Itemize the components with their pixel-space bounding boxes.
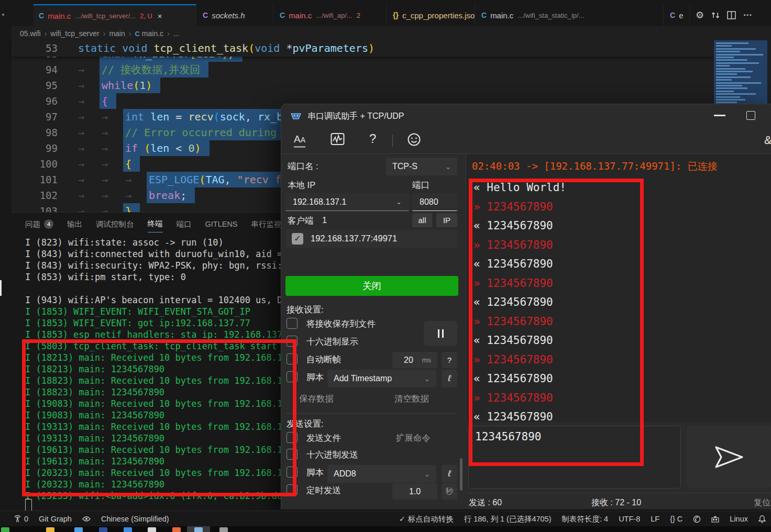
windows-taskbar[interactable] [0,526,771,532]
editor-tab[interactable]: Csockets.h [197,4,273,26]
editor-tab[interactable]: Ce [665,4,690,26]
panel-tab-终端[interactable]: 终端 [148,216,163,232]
port-type-select[interactable]: TCP-S⌄ [386,158,457,175]
pause-button[interactable] [424,321,457,346]
save-to-file-checkbox[interactable] [287,318,298,329]
statusbar-item[interactable] [82,516,91,522]
tool-titlebar[interactable]: 串口调试助手 + TCP/UDP [281,104,771,128]
tab-whitespace-icon: → [78,203,84,212]
clipped-toolbar-icon[interactable]: & [764,134,771,147]
frame-ms-input[interactable]: 20ms [392,352,437,368]
more-actions-icon[interactable]: ··· [743,10,752,20]
local-ip-select[interactable]: 192.168.137.1⌄ [285,193,409,211]
panel-tab-输出[interactable]: 输出 [67,216,82,232]
smiley-icon[interactable] [407,132,421,147]
taskbar-app-icon[interactable] [99,527,107,532]
panel-tab-端口[interactable]: 端口 [177,216,192,232]
statusbar-item-LF[interactable]: LF [651,515,659,523]
terminal-line: I (823) wifi:state: assoc -> run (10) [25,237,224,248]
minimap[interactable] [714,40,767,105]
recv-script-select[interactable]: Add Timestamp⌄ [327,370,436,387]
taskbar-app-icon[interactable] [148,527,156,532]
breadcrumb-item[interactable]: ... [173,29,180,38]
taskbar-app-icon[interactable] [219,527,228,532]
font-settings-icon[interactable]: AA [294,134,305,148]
panel-tab-GITLENS[interactable]: GITLENS [205,216,238,232]
breadcrumb-item[interactable]: main [109,29,125,38]
breadcrumb-item[interactable]: 05.wifi [20,29,41,38]
status-bar: 0Git GraphChinese (Simplified) ✓标点自动转换行 … [0,511,771,527]
extended-cmd-button[interactable]: 扩展命令 [396,433,431,444]
send-script-edit-button[interactable]: ℓ [442,465,457,483]
taskbar-app-icon[interactable] [1,527,9,532]
minimize-icon[interactable] [714,115,725,116]
taskbar-app-icon[interactable] [74,527,83,532]
sticky-header[interactable]: 53static void tcp_client_task(void *pvPa… [12,40,714,57]
statusbar-label: {} C [670,515,682,523]
client-checkbox[interactable]: ✓ [292,233,303,245]
waveform-plot-icon[interactable] [331,132,345,146]
all-button[interactable]: all [412,213,432,227]
breadcrumb-item[interactable]: wifi_tcp_server [50,29,99,38]
toolbar-divider [392,135,393,147]
statusbar-item-ChineseSimplified[interactable]: Chinese (Simplified) [101,515,169,523]
statusbar-item-0[interactable]: 0 [14,515,28,523]
settings-scrollbar[interactable] [460,458,462,491]
port-input[interactable]: 8080 [412,193,457,211]
tab-whitespace-icon: → [78,62,84,77]
tab-whitespace-icon: → [78,140,84,156]
git-compare-icon[interactable] [711,10,720,20]
maximize-icon[interactable] [746,111,755,120]
panel-tab-问题[interactable]: 问题4 [25,216,53,232]
ip-button[interactable]: IP [436,213,457,227]
code-line[interactable]: 94→// 接收数据,并发回 [12,62,771,77]
split-editor-icon[interactable] [727,11,736,19]
client-row[interactable]: ✓ 192.168.137.77:49971 [285,230,457,248]
panel-tab-调试控制台[interactable]: 调试控制台 [96,216,134,232]
editor-tab[interactable]: Cmain.c.../wifi_sta_static_ip/... [476,4,664,26]
statusbar-item-GitGraph[interactable]: Git Graph [39,515,72,523]
breadcrumb[interactable]: 05.wifi›wifi_tcp_server›main›Cmain.c›... [12,26,771,40]
statusbar-item-UTF-8[interactable]: UTF-8 [619,515,640,523]
interval-input[interactable]: 1.0 [392,483,437,500]
statusbar-item-[interactable]: ✓标点自动转换 [399,514,454,524]
taskbar-app-icon[interactable] [46,527,54,532]
tab-whitespace-icon: → [102,140,108,156]
statusbar-item[interactable] [711,516,719,523]
tab-whitespace-icon: → [78,93,84,109]
corner-dot [2,14,4,16]
statusbar-item[interactable] [693,515,701,523]
close-icon[interactable]: × [158,12,162,20]
reset-counter-button[interactable]: 复位 [754,497,770,508]
recv-script-label: 脚本 [306,372,324,383]
statusbar-item-4[interactable]: 制表符长度: 4 [562,514,609,524]
save-data-button[interactable]: 保存数据 [299,393,334,405]
hex-display-label: 十六进制显示 [306,336,358,348]
statusbar-item-{}C[interactable]: {} C [670,515,682,523]
statusbar-item[interactable] [758,515,766,523]
seconds-unit-button: 秒 [442,483,457,500]
frame-help-button[interactable]: ? [442,352,457,368]
recv-settings-label: 接收设置: [287,304,324,316]
send-button[interactable] [687,426,771,489]
gear-icon[interactable]: ⚙ [696,9,704,21]
recv-script-edit-button[interactable]: ℓ [442,370,457,387]
taskbar-app-icon[interactable] [194,527,203,532]
taskbar-app-icon[interactable] [172,527,181,532]
activity-strip [0,0,12,511]
tool-toolbar: AA ? & [281,128,771,154]
editor-tab[interactable]: Cmain.c.../wifi_ap/...2 [274,4,387,26]
file-type-icon: C [203,11,208,19]
clear-data-button[interactable]: 清空数据 [394,393,429,405]
help-icon[interactable]: ? [369,131,376,146]
close-connection-button[interactable]: 关闭 [285,276,458,296]
taskbar-app-icon[interactable] [124,527,132,532]
send-script-select[interactable]: ADD8⌄ [327,465,436,483]
statusbar-item-18614705[interactable]: 行 186, 列 1 (已选择4705) [464,514,552,524]
editor-tab[interactable]: {}c_cpp_properties.jsonM [388,4,475,26]
tab-strip: ⚙ ··· Cmain.c.../wifi_tcp_server/...2, U… [12,0,771,26]
statusbar-item-Linux[interactable]: Linux [730,515,748,523]
breadcrumb-item[interactable]: Cmain.c [135,29,163,38]
code-line[interactable]: 95→while(1) [12,77,771,93]
editor-tab[interactable]: Cmain.c.../wifi_tcp_server/...2, U× [34,4,196,26]
